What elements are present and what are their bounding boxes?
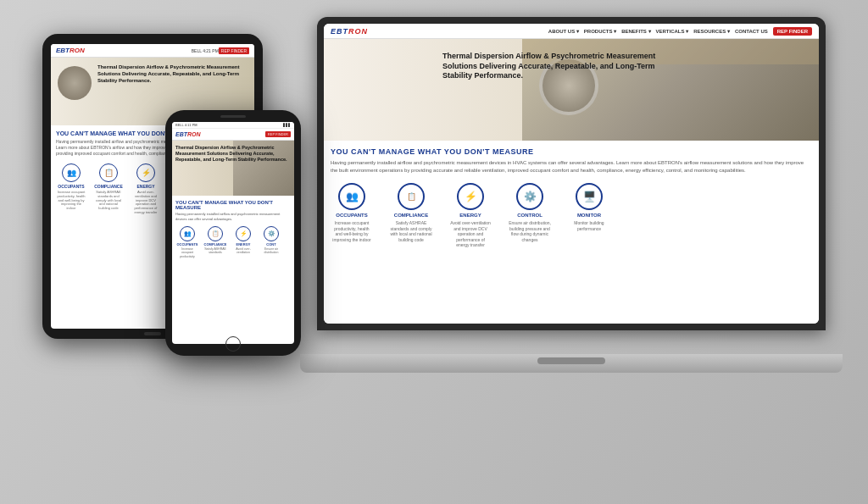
occupants-label: OCCUPANTS <box>336 213 368 218</box>
tablet-compliance-icon: 📋 <box>99 163 118 182</box>
laptop-device: EBTRON ABOUT US ▾ PRODUCTS ▾ BENEFITS ▾ … <box>300 17 843 373</box>
icon-energy: ⚡ ENERGY Avoid over-ventilation and impr… <box>449 183 492 248</box>
icon-control: ⚙️ CONTROL Ensure air distribution, buil… <box>509 183 551 248</box>
phone-logo: EBTRON <box>175 131 201 137</box>
phone-occupants-desc: Increase occupant productivity <box>175 247 199 258</box>
phone-control-label: CONT <box>266 242 275 246</box>
main-scene: EBTRON BELL 4:21 PM REP FINDER Thermal D… <box>0 0 868 504</box>
tablet-logo-accent: RON <box>70 47 85 54</box>
compliance-icon: 📋 <box>398 183 425 210</box>
tablet-icon-energy: ⚡ ENERGY Avoid over-ventilation and impr… <box>131 163 161 215</box>
tablet-hero-text: Thermal Dispersion Airflow & Psychrometr… <box>97 64 251 84</box>
phone-nav: EBTRON REP FINDER <box>172 129 294 141</box>
energy-label: ENERGY <box>459 213 481 218</box>
phone-occupants-icon: 👥 <box>180 226 195 241</box>
tablet-energy-label: ENERGY <box>136 184 154 189</box>
phone-screen: BELL 4:11 PM ▋▋▋ EBTRON REP FINDER Therm… <box>172 122 294 344</box>
phone-body: BELL 4:11 PM ▋▋▋ EBTRON REP FINDER Therm… <box>165 110 301 356</box>
phone-compliance-icon: 📋 <box>208 226 223 241</box>
laptop-screen-outer: EBTRON ABOUT US ▾ PRODUCTS ▾ BENEFITS ▾ … <box>317 17 826 330</box>
tablet-compliance-label: COMPLIANCE <box>94 184 123 189</box>
tablet-rep-finder-btn[interactable]: REP FINDER <box>219 47 249 54</box>
content-headline: YOU CAN'T MANAGE WHAT YOU DON'T MEASURE <box>331 147 812 156</box>
phone-device: BELL 4:11 PM ▋▋▋ EBTRON REP FINDER Therm… <box>165 110 301 356</box>
control-label: CONTROL <box>517 213 542 218</box>
phone-status-bar: BELL 4:11 PM ▋▋▋ <box>172 122 294 129</box>
phone-occupants-label: OCCUPANTS <box>176 242 198 246</box>
tablet-hero-circle <box>58 66 92 100</box>
tablet-home-button[interactable] <box>144 332 161 335</box>
website-content: EBTRON ABOUT US ▾ PRODUCTS ▾ BENEFITS ▾ … <box>324 24 819 324</box>
icon-monitor: 🖥️ MONITOR Monitor building performance <box>568 183 610 248</box>
phone-home-button[interactable] <box>225 336 241 352</box>
icon-occupants: 👥 OCCUPANTS Increase occupant productivi… <box>331 183 373 248</box>
phone-icon-control: ⚙️ CONT Ensure air distribution <box>259 226 283 258</box>
site-nav: EBTRON ABOUT US ▾ PRODUCTS ▾ BENEFITS ▾ … <box>324 24 819 39</box>
logo-accent: RON <box>348 27 368 36</box>
tablet-occupants-desc: Increase occupant productivity, health a… <box>56 191 86 211</box>
phone-control-desc: Ensure air distribution <box>259 247 283 254</box>
energy-icon: ⚡ <box>457 183 484 210</box>
phone-icons-row: 👥 OCCUPANTS Increase occupant productivi… <box>175 226 291 258</box>
phone-compliance-label: COMPLIANCE <box>204 242 227 246</box>
icons-row: 👥 OCCUPANTS Increase occupant productivi… <box>331 183 812 248</box>
hero-text-box: Thermal Dispersion Airflow & Psychrometr… <box>442 52 663 81</box>
hero-title: Thermal Dispersion Airflow & Psychrometr… <box>442 52 663 81</box>
phone-content: BELL 4:11 PM ▋▋▋ EBTRON REP FINDER Therm… <box>172 122 294 344</box>
phone-compliance-desc: Satisfy ASHRAE standards <box>203 247 227 254</box>
tablet-logo: EBTRON <box>56 47 85 54</box>
icon-compliance: 📋 COMPLIANCE Satisfy ASHRAE standards an… <box>390 183 432 248</box>
nav-benefits[interactable]: BENEFITS ▾ <box>621 28 650 34</box>
tablet-compliance-desc: Satisfy ASHRAE standards and comply with… <box>93 191 124 211</box>
phone-energy-label: ENERGY <box>236 242 251 246</box>
occupants-icon: 👥 <box>338 183 365 210</box>
nav-contact[interactable]: CONTACT US <box>735 29 768 34</box>
control-icon: ⚙️ <box>516 183 543 210</box>
tablet-occupants-label: OCCUPANTS <box>58 184 84 189</box>
hero-section: Thermal Dispersion Airflow & Psychrometr… <box>324 39 819 141</box>
phone-hero: Thermal Dispersion Airflow & Psychrometr… <box>172 141 294 196</box>
tablet-energy-icon: ⚡ <box>136 163 155 182</box>
content-section: YOU CAN'T MANAGE WHAT YOU DON'T MEASURE … <box>324 141 819 324</box>
compliance-label: COMPLIANCE <box>394 213 428 218</box>
nav-items: ABOUT US ▾ PRODUCTS ▾ BENEFITS ▾ VERTICA… <box>548 27 812 36</box>
tablet-energy-desc: Avoid over-ventilation and improve DCV o… <box>131 191 161 215</box>
tablet-icon-occupants: 👥 OCCUPANTS Increase occupant productivi… <box>56 163 86 215</box>
tablet-occupants-icon: 👥 <box>62 163 81 182</box>
nav-verticals[interactable]: VERTICALS ▾ <box>656 28 689 34</box>
phone-hero-text: Thermal Dispersion Airflow & Psychrometr… <box>175 145 291 163</box>
phone-control-icon: ⚙️ <box>264 226 279 241</box>
monitor-icon: 🖥️ <box>576 183 603 210</box>
monitor-desc: Monitor building performance <box>568 220 610 231</box>
site-logo: EBTRON <box>331 27 368 36</box>
laptop-screen-inner: EBTRON ABOUT US ▾ PRODUCTS ▾ BENEFITS ▾ … <box>324 24 819 324</box>
phone-icon-energy: ⚡ ENERGY Avoid over-ventilation <box>231 226 255 258</box>
occupants-desc: Increase occupant productivity, health a… <box>331 220 373 242</box>
nav-resources[interactable]: RESOURCES ▾ <box>693 28 730 34</box>
tablet-icon-compliance: 📋 COMPLIANCE Satisfy ASHRAE standards an… <box>93 163 124 215</box>
nav-about[interactable]: ABOUT US ▾ <box>548 28 579 34</box>
phone-energy-icon: ⚡ <box>236 226 251 241</box>
laptop-base <box>300 354 843 373</box>
phone-speaker <box>220 115 246 118</box>
monitor-label: MONITOR <box>577 213 601 218</box>
phone-body-text: Having permanently installed airflow and… <box>175 212 291 221</box>
phone-headline: YOU CAN'T MANAGE WHAT YOU DON'T MEASURE <box>175 200 291 210</box>
content-body: Having permanently installed airflow and… <box>331 159 812 174</box>
energy-desc: Avoid over-ventilation and improve DCV o… <box>449 220 492 248</box>
phone-icon-compliance: 📋 COMPLIANCE Satisfy ASHRAE standards <box>203 226 227 258</box>
phone-energy-desc: Avoid over-ventilation <box>231 247 255 254</box>
tablet-status-bar: BELL 4:21 PM <box>192 48 219 53</box>
phone-signal-icons: ▋▋▋ <box>283 123 291 127</box>
compliance-desc: Satisfy ASHRAE standards and comply with… <box>390 220 432 242</box>
nav-products[interactable]: PRODUCTS ▾ <box>584 28 616 34</box>
control-desc: Ensure air distribution, building pressu… <box>509 220 551 242</box>
phone-icon-occupants: 👥 OCCUPANTS Increase occupant productivi… <box>175 226 199 258</box>
phone-content-area: YOU CAN'T MANAGE WHAT YOU DON'T MEASURE … <box>172 196 294 344</box>
phone-rep-finder-btn[interactable]: REP FINDER <box>265 131 291 137</box>
tablet-nav: EBTRON BELL 4:21 PM REP FINDER <box>51 44 254 58</box>
nav-rep-finder-btn[interactable]: REP FINDER <box>773 27 812 36</box>
